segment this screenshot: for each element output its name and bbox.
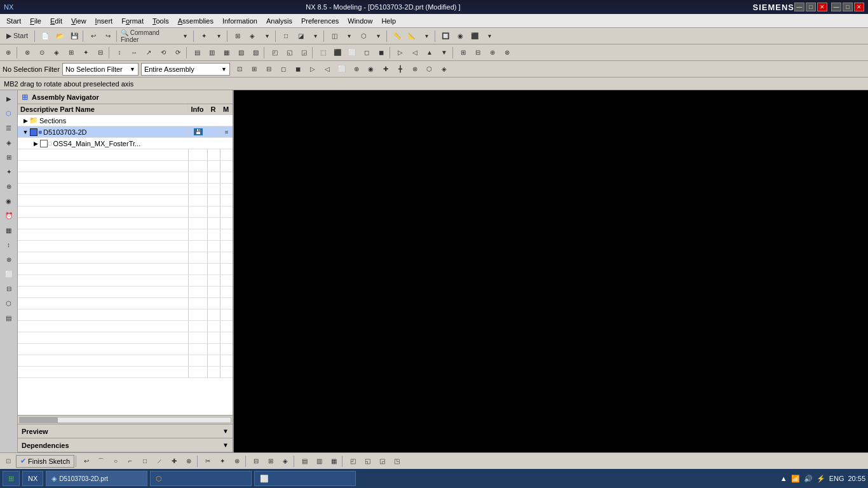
- tb2-btn-15[interactable]: ▦: [219, 46, 233, 59]
- expand-oss4[interactable]: ▶: [32, 140, 39, 147]
- tb2-btn-26[interactable]: ▷: [393, 46, 407, 59]
- tb2-btn-32[interactable]: ⊕: [485, 46, 499, 59]
- menu-window[interactable]: Window: [344, 16, 376, 26]
- bottom-btn-21[interactable]: ◳: [390, 455, 403, 468]
- new-button[interactable]: 📄: [38, 30, 52, 43]
- menu-analysis[interactable]: Analysis: [262, 16, 296, 26]
- menu-preferences[interactable]: Preferences: [297, 16, 342, 26]
- checkbox-oss4[interactable]: [40, 140, 48, 147]
- tb2-btn-30[interactable]: ⊞: [456, 46, 470, 59]
- sidebar-icon-15[interactable]: ⬡: [2, 296, 16, 310]
- snap-btn-2[interactable]: ▾: [260, 30, 274, 43]
- tb2-btn-19[interactable]: ◱: [282, 46, 296, 59]
- bottom-btn-20[interactable]: ◲: [375, 455, 389, 468]
- sidebar-icon-4[interactable]: ◈: [2, 135, 16, 149]
- menu-view[interactable]: View: [67, 16, 90, 26]
- taskbar-btn-3[interactable]: ⬡: [150, 471, 252, 486]
- sidebar-icon-5[interactable]: ⊞: [2, 150, 16, 164]
- tb2-btn-33[interactable]: ⊗: [500, 46, 514, 59]
- sel-icon-10[interactable]: ◉: [364, 63, 378, 76]
- sel-icon-8[interactable]: ⬜: [335, 63, 349, 76]
- view-btn-1[interactable]: □: [279, 30, 293, 43]
- sel-icon-11[interactable]: ✚: [379, 63, 393, 76]
- sel-icon-9[interactable]: ⊕: [349, 63, 363, 76]
- start-button[interactable]: ▶ Start: [1, 30, 33, 43]
- sel-icon-2[interactable]: ⊞: [247, 63, 261, 76]
- sel-icon-13[interactable]: ⊗: [408, 63, 422, 76]
- shade-btn[interactable]: ⬛: [468, 30, 482, 43]
- navigator-scrollbar-h[interactable]: [18, 415, 233, 424]
- tb2-btn-1[interactable]: ⊕: [1, 46, 15, 59]
- sel-icon-3[interactable]: ⊟: [262, 63, 276, 76]
- menu-edit[interactable]: Edit: [46, 16, 66, 26]
- taskbar-btn-4[interactable]: ⬜: [254, 471, 356, 486]
- window-controls[interactable]: — □ ✕ — □ ✕: [794, 3, 864, 11]
- bottom-btn-5[interactable]: □: [138, 455, 152, 468]
- sidebar-icon-10[interactable]: ▦: [2, 223, 16, 237]
- save-button[interactable]: 💾: [67, 30, 81, 43]
- tool-btn-6[interactable]: ▾: [371, 30, 385, 43]
- undo-button[interactable]: ↩: [86, 30, 100, 43]
- taskbar-start-button[interactable]: ⊞: [3, 471, 20, 486]
- close-button-2[interactable]: ✕: [854, 3, 864, 11]
- tb2-btn-9[interactable]: ↔: [127, 46, 141, 59]
- tb2-btn-10[interactable]: ↗: [142, 46, 156, 59]
- sidebar-icon-14[interactable]: ⊟: [2, 281, 16, 295]
- restore-button-2[interactable]: □: [843, 3, 853, 11]
- close-button[interactable]: ✕: [817, 3, 827, 11]
- menu-format[interactable]: Format: [118, 16, 147, 26]
- tb2-btn-16[interactable]: ▧: [234, 46, 248, 59]
- entire-assembly-dropdown[interactable]: Entire Assembly ▼: [141, 63, 230, 76]
- sidebar-icon-9[interactable]: ⏰: [2, 208, 16, 222]
- render-btn[interactable]: ◉: [453, 30, 467, 43]
- tree-row-d5103703[interactable]: ▼ ■ D5103703-2D 💾 ≡: [18, 126, 233, 138]
- bottom-btn-9[interactable]: ✂: [201, 455, 215, 468]
- menu-tools[interactable]: Tools: [149, 16, 173, 26]
- tb2-btn-12[interactable]: ⟳: [171, 46, 185, 59]
- viewport[interactable]: [234, 90, 868, 452]
- open-button[interactable]: 📂: [53, 30, 67, 43]
- measure-btn-3[interactable]: ▾: [419, 30, 433, 43]
- sidebar-icon-11[interactable]: ↕: [2, 238, 16, 252]
- measure-btn-2[interactable]: 📐: [405, 30, 419, 43]
- tb2-btn-8[interactable]: ↕: [112, 46, 126, 59]
- bottom-btn-18[interactable]: ◰: [346, 455, 360, 468]
- sidebar-icon-3[interactable]: ☰: [2, 121, 16, 135]
- sidebar-icon-6[interactable]: ✦: [2, 165, 16, 179]
- restore-button[interactable]: □: [806, 3, 816, 11]
- sel-icon-7[interactable]: ◁: [320, 63, 334, 76]
- tool-btn-1[interactable]: ✦: [197, 30, 211, 43]
- tb2-btn-7[interactable]: ⊟: [93, 46, 107, 59]
- bottom-btn-2[interactable]: ⌒: [94, 455, 108, 468]
- tb2-btn-21[interactable]: ⬚: [316, 46, 330, 59]
- bottom-btn-16[interactable]: ▥: [312, 455, 326, 468]
- tb2-btn-3[interactable]: ⊙: [35, 46, 49, 59]
- tb2-btn-6[interactable]: ✦: [79, 46, 93, 59]
- sidebar-icon-8[interactable]: ◉: [2, 194, 16, 208]
- taskbar-nx-button[interactable]: NX: [22, 471, 43, 486]
- menu-start[interactable]: Start: [3, 16, 25, 26]
- menu-file[interactable]: File: [26, 16, 45, 26]
- sidebar-icon-1[interactable]: ▶: [2, 92, 16, 105]
- command-finder-button[interactable]: 🔍 Command Finder: [120, 30, 177, 43]
- tool-btn-2[interactable]: ▾: [212, 30, 226, 43]
- tb2-btn-28[interactable]: ▲: [423, 46, 437, 59]
- sidebar-icon-2[interactable]: ⬡: [2, 106, 16, 120]
- tb2-btn-24[interactable]: ◻: [360, 46, 374, 59]
- bottom-btn-8[interactable]: ⊕: [182, 455, 196, 468]
- sidebar-icon-16[interactable]: ▤: [2, 311, 16, 325]
- bottom-btn-4[interactable]: ⌐: [123, 455, 137, 468]
- sel-icon-12[interactable]: ╋: [393, 63, 407, 76]
- bottom-btn-6[interactable]: ⟋: [153, 455, 166, 468]
- tb2-btn-29[interactable]: ▼: [437, 46, 451, 59]
- bottom-tb-icon[interactable]: ⊡: [1, 455, 15, 468]
- view3d-btn[interactable]: 🔲: [438, 30, 452, 43]
- tool-btn-4[interactable]: ▾: [342, 30, 356, 43]
- expand-d5103703[interactable]: ▼: [22, 129, 29, 135]
- dropdown-1[interactable]: ▾: [178, 30, 192, 43]
- tb2-btn-18[interactable]: ◰: [268, 46, 281, 59]
- minimize-button-2[interactable]: —: [831, 3, 841, 11]
- tb2-btn-2[interactable]: ⊗: [20, 46, 34, 59]
- tb2-btn-25[interactable]: ◼: [374, 46, 388, 59]
- preview-panel[interactable]: Preview ▼: [18, 424, 233, 438]
